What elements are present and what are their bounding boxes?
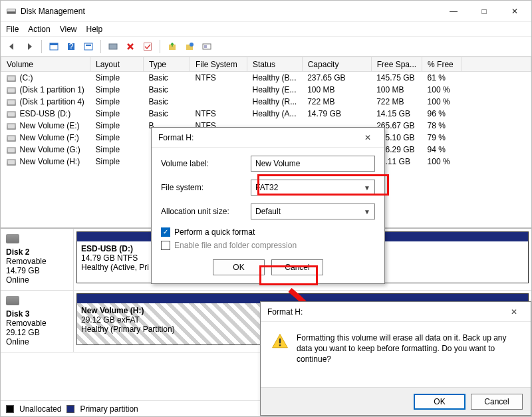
toolbar: ? bbox=[1, 37, 531, 57]
legend-primary-swatch bbox=[66, 405, 74, 413]
svg-rect-8 bbox=[86, 45, 91, 46]
properties-icon[interactable] bbox=[81, 39, 96, 54]
disk3-kind: Removable bbox=[6, 319, 68, 328]
menu-help[interactable]: Help bbox=[86, 25, 103, 34]
disk-icon bbox=[6, 296, 19, 305]
action2-icon[interactable] bbox=[182, 39, 197, 54]
legend-unallocated-swatch bbox=[6, 405, 14, 413]
warning-icon bbox=[271, 333, 289, 350]
svg-rect-7 bbox=[84, 43, 92, 50]
file-system-select[interactable]: FAT32 ▼ bbox=[251, 180, 375, 196]
format-cancel-button[interactable]: Cancel bbox=[271, 259, 323, 275]
svg-rect-4 bbox=[50, 43, 58, 45]
quick-format-checkbox[interactable]: ✓ bbox=[161, 227, 170, 237]
svg-rect-17 bbox=[279, 345, 281, 346]
chevron-down-icon: ▼ bbox=[364, 184, 370, 192]
window-icon[interactable] bbox=[47, 39, 61, 54]
disk3-label: Disk 3 bbox=[6, 309, 68, 319]
confirm-text: Formatting this volume will erase all da… bbox=[297, 333, 520, 365]
disk3-state: Online bbox=[6, 337, 68, 347]
forward-button[interactable] bbox=[22, 39, 37, 54]
close-button[interactable]: ✕ bbox=[499, 1, 530, 22]
disk2-header: Disk 2 Removable 14.79 GB Online bbox=[1, 229, 74, 290]
delete-icon[interactable] bbox=[123, 39, 138, 54]
quick-format-label: Perform a quick format bbox=[174, 227, 255, 237]
table-header: Volume Layout Type File System Status Ca… bbox=[1, 57, 531, 72]
table-row[interactable]: (Disk 1 partition 4)SimpleBasicHealthy (… bbox=[1, 96, 531, 108]
svg-rect-1 bbox=[7, 9, 15, 11]
file-system-label: File system: bbox=[161, 183, 251, 192]
action3-icon[interactable] bbox=[200, 39, 214, 54]
titlebar: Disk Management — □ ✕ bbox=[1, 1, 531, 22]
disk2-state: Online bbox=[6, 275, 68, 285]
legend-unallocated: Unallocated bbox=[19, 404, 61, 414]
format-dialog-title: Format H: bbox=[158, 133, 358, 142]
disk2-size: 14.79 GB bbox=[6, 266, 68, 275]
disk-icon bbox=[6, 234, 19, 243]
back-button[interactable] bbox=[5, 39, 19, 54]
compression-label: Enable file and folder compression bbox=[174, 241, 297, 250]
maximize-button[interactable]: □ bbox=[469, 1, 499, 22]
allocation-label: Allocation unit size: bbox=[161, 207, 251, 216]
svg-rect-16 bbox=[279, 339, 281, 343]
check-icon[interactable] bbox=[140, 39, 155, 54]
disk3-part-name: New Volume (H:) bbox=[81, 306, 144, 315]
col-pct[interactable]: % Free bbox=[422, 57, 462, 72]
chevron-down-icon: ▼ bbox=[364, 208, 370, 215]
col-capacity[interactable]: Capacity bbox=[302, 57, 371, 72]
col-status[interactable]: Status bbox=[247, 57, 303, 72]
col-volume[interactable]: Volume bbox=[1, 57, 90, 72]
app-icon bbox=[6, 6, 17, 17]
help-icon[interactable]: ? bbox=[64, 39, 78, 54]
menu-view[interactable]: View bbox=[60, 25, 77, 34]
disk3-header: Disk 3 Removable 29.12 GB Online bbox=[1, 291, 74, 352]
svg-text:?: ? bbox=[69, 42, 74, 51]
svg-rect-9 bbox=[109, 44, 117, 49]
disk3-size: 29.12 GB bbox=[6, 328, 68, 337]
file-system-value: FAT32 bbox=[255, 183, 278, 192]
volume-label-input[interactable] bbox=[251, 156, 375, 172]
compression-checkbox[interactable] bbox=[161, 241, 170, 250]
minimize-button[interactable]: — bbox=[438, 1, 469, 22]
disk-management-window: Disk Management — □ ✕ File Action View H… bbox=[0, 0, 532, 417]
table-row[interactable]: (Disk 1 partition 1)SimpleBasicHealthy (… bbox=[1, 84, 531, 96]
col-fs[interactable]: File System bbox=[190, 57, 247, 72]
col-type[interactable]: Type bbox=[144, 57, 190, 72]
confirm-dialog: Format H: ✕ Formatting this volume will … bbox=[260, 301, 531, 416]
action1-icon[interactable] bbox=[165, 39, 180, 54]
legend-primary: Primary partition bbox=[80, 404, 138, 414]
svg-point-13 bbox=[190, 43, 194, 47]
svg-rect-15 bbox=[204, 45, 207, 48]
confirm-title: Format H: bbox=[267, 307, 504, 317]
volume-label-label: Volume label: bbox=[161, 159, 251, 168]
format-dialog-close[interactable]: ✕ bbox=[358, 128, 378, 148]
menu-action[interactable]: Action bbox=[28, 25, 50, 34]
confirm-cancel-button[interactable]: Cancel bbox=[471, 394, 523, 410]
menu-file[interactable]: File bbox=[6, 25, 19, 34]
svg-rect-2 bbox=[7, 12, 15, 13]
table-row[interactable]: ESD-USB (D:)SimpleBasicNTFSHealthy (A...… bbox=[1, 108, 531, 120]
format-ok-button[interactable]: OK bbox=[213, 259, 265, 275]
disk2-part-name: ESD-USB (D:) bbox=[81, 244, 133, 253]
disk2-kind: Removable bbox=[6, 257, 68, 266]
table-row[interactable]: (C:)SimpleBasicNTFSHealthy (B...237.65 G… bbox=[1, 72, 531, 84]
confirm-ok-button[interactable]: OK bbox=[414, 394, 466, 410]
col-layout[interactable]: Layout bbox=[90, 57, 144, 72]
allocation-value: Default bbox=[255, 207, 281, 216]
menubar: File Action View Help bbox=[1, 22, 531, 37]
disk2-label: Disk 2 bbox=[6, 247, 68, 257]
refresh-icon[interactable] bbox=[106, 39, 120, 54]
confirm-close[interactable]: ✕ bbox=[504, 302, 524, 322]
format-dialog: Format H: ✕ Volume label: File system: F… bbox=[151, 127, 385, 284]
allocation-select[interactable]: Default ▼ bbox=[251, 204, 375, 219]
col-free[interactable]: Free Spa... bbox=[371, 57, 422, 72]
window-title: Disk Management bbox=[21, 7, 438, 16]
